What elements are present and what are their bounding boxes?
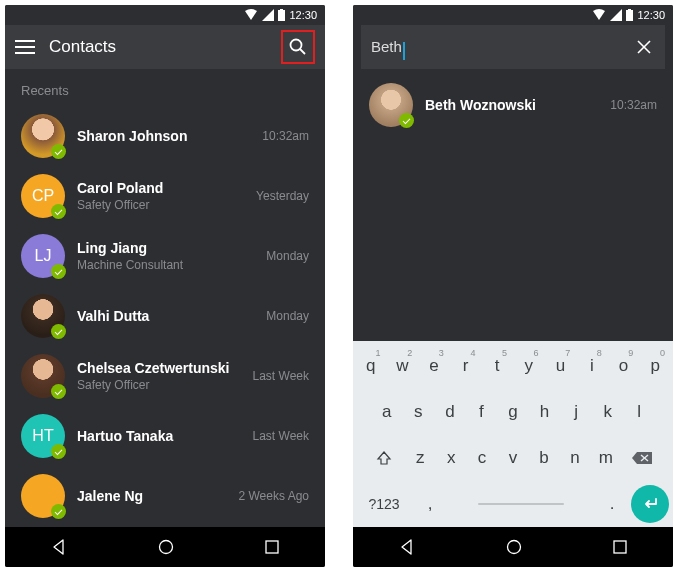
key-w[interactable]: w2 — [389, 347, 417, 385]
key-enter[interactable] — [631, 485, 669, 523]
svg-line-3 — [300, 49, 305, 54]
key-r[interactable]: r4 — [452, 347, 480, 385]
signal-icon — [262, 9, 274, 21]
contact-text: Sharon Johnson — [77, 128, 250, 144]
search-input[interactable] — [371, 38, 625, 55]
key-space[interactable] — [449, 485, 593, 523]
key-backspace[interactable] — [623, 439, 661, 477]
shift-icon — [376, 450, 392, 466]
nav-home-icon[interactable] — [505, 538, 523, 556]
avatar — [21, 114, 65, 158]
contact-text: Jalene Ng — [77, 488, 227, 504]
svg-rect-5 — [266, 541, 278, 553]
status-time: 12:30 — [289, 9, 317, 21]
key-h[interactable]: h — [531, 393, 559, 431]
presence-badge — [51, 384, 66, 399]
contact-text: Carol PolandSafety Officer — [77, 180, 244, 212]
nav-recent-icon[interactable] — [612, 539, 628, 555]
key-v[interactable]: v — [500, 439, 527, 477]
key-s[interactable]: s — [405, 393, 433, 431]
presence-badge — [51, 264, 66, 279]
key-x[interactable]: x — [438, 439, 465, 477]
key-period[interactable]: . — [597, 485, 627, 523]
contact-list[interactable]: Sharon Johnson10:32amCPCarol PolandSafet… — [5, 106, 325, 527]
search-icon — [289, 38, 307, 56]
key-l[interactable]: l — [625, 393, 653, 431]
clear-search-button[interactable] — [633, 36, 655, 58]
avatar — [21, 294, 65, 338]
nav-recent-icon[interactable] — [264, 539, 280, 555]
battery-icon — [626, 9, 633, 21]
text-cursor — [403, 42, 405, 60]
status-bar: 12:30 — [353, 5, 673, 25]
svg-rect-0 — [278, 10, 285, 21]
key-t[interactable]: t5 — [483, 347, 511, 385]
keyboard-row-1: q1w2e3r4t5y6u7i8o9p0 — [357, 347, 669, 385]
keyboard-row-2: asdfghjkl — [357, 393, 669, 431]
key-z[interactable]: z — [407, 439, 434, 477]
contact-name: Hartuo Tanaka — [77, 428, 241, 444]
enter-icon — [641, 497, 659, 511]
key-i[interactable]: i8 — [578, 347, 606, 385]
contact-name: Valhi Dutta — [77, 308, 254, 324]
contact-name: Sharon Johnson — [77, 128, 250, 144]
key-j[interactable]: j — [562, 393, 590, 431]
contact-row[interactable]: LJLing JiangMachine ConsultantMonday — [5, 226, 325, 286]
contact-text: Valhi Dutta — [77, 308, 254, 324]
contact-row[interactable]: Valhi DuttaMonday — [5, 286, 325, 346]
key-y[interactable]: y6 — [515, 347, 543, 385]
key-e[interactable]: e3 — [420, 347, 448, 385]
contact-time: Monday — [266, 249, 309, 263]
contact-row[interactable]: Jalene Ng2 Weeks Ago — [5, 466, 325, 526]
key-shift[interactable] — [365, 439, 403, 477]
contact-time: Last Week — [253, 369, 309, 383]
avatar — [21, 354, 65, 398]
search-input-wrap[interactable] — [371, 38, 625, 56]
key-a[interactable]: a — [373, 393, 401, 431]
search-bar — [361, 25, 665, 69]
contact-name: Beth Woznowski — [425, 97, 598, 113]
contact-row[interactable]: Sharon Johnson10:32am — [5, 106, 325, 166]
svg-point-4 — [159, 541, 172, 554]
search-results: Beth Woznowski10:32am — [353, 69, 673, 141]
svg-rect-13 — [614, 541, 626, 553]
contact-time: Monday — [266, 309, 309, 323]
app-bar: Contacts — [5, 25, 325, 69]
key-comma[interactable]: , — [415, 485, 445, 523]
contact-time: 10:32am — [610, 98, 657, 112]
presence-badge — [51, 144, 66, 159]
contact-row[interactable]: CPCarol PolandSafety OfficerYesterday — [5, 166, 325, 226]
key-n[interactable]: n — [561, 439, 588, 477]
key-c[interactable]: c — [469, 439, 496, 477]
key-g[interactable]: g — [499, 393, 527, 431]
key-b[interactable]: b — [530, 439, 557, 477]
key-q[interactable]: q1 — [357, 347, 385, 385]
nav-back-icon[interactable] — [398, 538, 416, 556]
contact-time: 2 Weeks Ago — [239, 489, 310, 503]
avatar: CP — [21, 174, 65, 218]
key-f[interactable]: f — [468, 393, 496, 431]
key-u[interactable]: u7 — [547, 347, 575, 385]
page-title: Contacts — [49, 37, 267, 57]
nav-back-icon[interactable] — [50, 538, 68, 556]
search-result-row[interactable]: Beth Woznowski10:32am — [369, 83, 657, 127]
status-time: 12:30 — [637, 9, 665, 21]
key-o[interactable]: o9 — [610, 347, 638, 385]
contact-text: Beth Woznowski — [425, 97, 598, 113]
contact-row[interactable]: HTHartuo TanakaLast Week — [5, 406, 325, 466]
key-symbols[interactable]: ?123 — [357, 485, 411, 523]
battery-icon — [278, 9, 285, 21]
key-k[interactable]: k — [594, 393, 622, 431]
contact-subtitle: Machine Consultant — [77, 258, 254, 272]
wifi-icon — [244, 9, 258, 21]
presence-badge — [51, 504, 66, 519]
key-m[interactable]: m — [592, 439, 619, 477]
search-button[interactable] — [281, 30, 315, 64]
contact-row[interactable]: Chelsea CzetwertunskiSafety OfficerLast … — [5, 346, 325, 406]
contact-name: Ling Jiang — [77, 240, 254, 256]
android-nav-bar — [353, 527, 673, 567]
nav-home-icon[interactable] — [157, 538, 175, 556]
key-p[interactable]: p0 — [641, 347, 669, 385]
key-d[interactable]: d — [436, 393, 464, 431]
menu-icon[interactable] — [15, 40, 35, 54]
